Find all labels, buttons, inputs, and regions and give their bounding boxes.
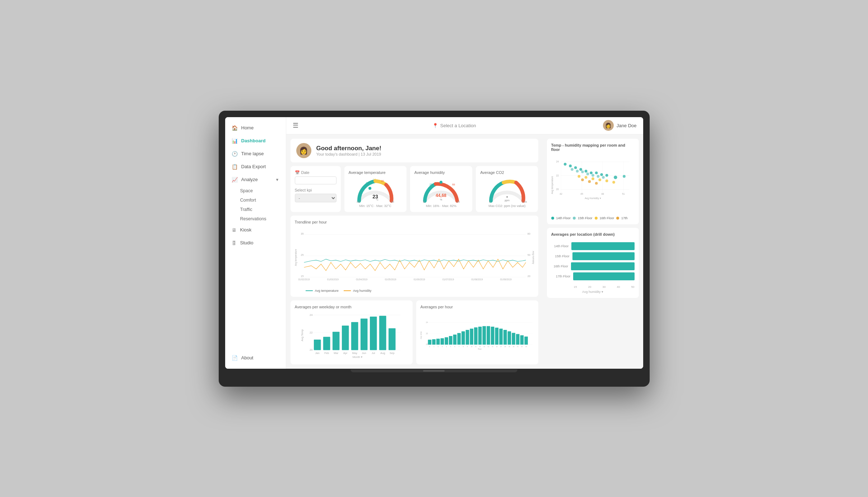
hour-chart-card: Averages per hour 24 22 20 Avg Temp xyxy=(416,300,538,364)
svg-point-155 xyxy=(598,178,601,181)
svg-text:8: 8 xyxy=(463,345,464,347)
svg-point-147 xyxy=(581,170,584,173)
legend-15th-dot xyxy=(573,217,576,220)
laptop-screen: 🏠 Home 📊 Dashboard 🕐 Time lapse 📋 Data E… xyxy=(225,117,643,369)
sidebar-label-timelapse: Time lapse xyxy=(241,151,264,156)
sidebar-label-dashboard: Dashboard xyxy=(241,138,266,143)
kpi-select[interactable]: - xyxy=(295,194,336,202)
avg-humidity-card: Average humidity 44,68 % xyxy=(410,166,472,212)
svg-point-160 xyxy=(595,182,598,185)
svg-text:10: 10 xyxy=(470,345,472,347)
svg-text:Avg Humidity ▾: Avg Humidity ▾ xyxy=(585,197,601,199)
metrics-row: 📅 Date Select kpi - xyxy=(291,166,538,212)
svg-text:15: 15 xyxy=(301,275,303,278)
svg-text:17: 17 xyxy=(500,345,502,347)
trendline-card: Trendline per hour 35 25 15 80 50 20 xyxy=(291,216,538,297)
svg-text:24: 24 xyxy=(373,178,376,181)
svg-text:80: 80 xyxy=(527,232,530,235)
sidebar-item-analyze[interactable]: 📈 Analyze ▼ xyxy=(225,173,286,186)
co2-range: Max CO2: ppm (no value) xyxy=(480,204,534,208)
sidebar-item-home[interactable]: 🏠 Home xyxy=(225,121,286,134)
svg-text:9: 9 xyxy=(467,345,468,347)
legend-14th-label: 14th Floor xyxy=(556,216,571,220)
kpi-label: Select kpi xyxy=(295,188,336,192)
svg-point-156 xyxy=(605,179,608,182)
temperature-gauge: 23 °C 19 35 28 24 26 xyxy=(349,178,402,203)
svg-text:5: 5 xyxy=(450,345,451,347)
svg-text:15: 15 xyxy=(492,345,493,347)
sidebar-item-timelapse[interactable]: 🕐 Time lapse xyxy=(225,147,286,160)
sidebar-sub-comfort[interactable]: Comfort xyxy=(225,195,286,205)
svg-point-151 xyxy=(602,176,605,179)
svg-text:6: 6 xyxy=(454,345,455,347)
floor-bar-14: 14th Floor xyxy=(551,242,635,250)
svg-text:26: 26 xyxy=(381,180,384,182)
svg-rect-85 xyxy=(487,326,490,345)
bottom-charts-row: Averages per weekday or month 24 22 20 A… xyxy=(291,300,538,364)
svg-point-8 xyxy=(440,181,442,184)
floor-14-bar xyxy=(571,242,634,250)
svg-rect-83 xyxy=(478,326,482,344)
svg-rect-82 xyxy=(474,327,478,345)
studio-icon: 🎛 xyxy=(232,240,237,246)
svg-text:24: 24 xyxy=(556,160,559,163)
about-icon: 📄 xyxy=(232,355,238,361)
svg-text:19: 19 xyxy=(357,200,360,203)
sidebar-item-dataexport[interactable]: 📋 Data Export xyxy=(225,160,286,173)
legend-temperature: Avg temperature xyxy=(306,289,339,293)
svg-text:Jan: Jan xyxy=(315,351,319,355)
svg-text:Mar: Mar xyxy=(334,351,339,355)
svg-point-153 xyxy=(584,176,587,179)
legend-16th: 16th Floor xyxy=(595,216,614,220)
svg-text:Aug: Aug xyxy=(380,351,385,355)
kiosk-icon: 🖥 xyxy=(232,227,237,233)
legend-17th-dot xyxy=(616,217,619,220)
location-pin-icon: 📍 xyxy=(432,123,438,128)
svg-text:42: 42 xyxy=(560,192,562,195)
svg-text:7: 7 xyxy=(459,345,460,347)
svg-rect-71 xyxy=(428,340,431,345)
svg-text:01/04/2019: 01/04/2019 xyxy=(356,278,367,281)
calendar-icon: 📅 xyxy=(295,170,300,175)
svg-text:44,68: 44,68 xyxy=(436,193,446,198)
svg-text:19: 19 xyxy=(509,345,510,347)
welcome-avatar: 👩 xyxy=(296,143,311,158)
svg-rect-72 xyxy=(432,339,436,344)
svg-point-150 xyxy=(597,175,599,178)
scatter-title: Temp - humidity mapping per room and flo… xyxy=(551,143,635,152)
app-container: 🏠 Home 📊 Dashboard 🕐 Time lapse 📋 Data E… xyxy=(225,117,643,369)
sidebar-label-dataexport: Data Export xyxy=(241,164,266,169)
svg-rect-84 xyxy=(482,326,486,345)
sidebar-item-about[interactable]: 📄 About xyxy=(225,351,286,364)
location-bars-title: Averages per location (drill down) xyxy=(551,232,635,236)
sidebar-item-dashboard[interactable]: 📊 Dashboard xyxy=(225,134,286,147)
chevron-down-icon: ▼ xyxy=(275,178,279,182)
x-tick-15: 15 xyxy=(574,285,577,289)
svg-text:0: 0 xyxy=(429,345,430,347)
humidity-gauge-svg: 44,68 % 8 55 25 68 xyxy=(419,178,463,203)
sidebar-sub-space[interactable]: Space xyxy=(225,186,286,195)
svg-text:Avg Temp: Avg Temp xyxy=(300,329,303,341)
sidebar-item-studio[interactable]: 🎛 Studio xyxy=(225,236,286,249)
date-input[interactable] xyxy=(295,176,336,184)
sidebar-sub-traffic[interactable]: Traffic xyxy=(225,205,286,214)
svg-rect-74 xyxy=(440,338,444,345)
svg-text:25: 25 xyxy=(430,183,433,186)
svg-text:%: % xyxy=(440,198,442,201)
location-selector[interactable]: 📍 Select a Location xyxy=(306,123,603,128)
legend-14th-dot xyxy=(551,217,554,220)
svg-text:Avg temperature: Avg temperature xyxy=(295,249,297,266)
svg-text:Feb: Feb xyxy=(324,351,329,355)
hamburger-button[interactable]: ☰ xyxy=(293,121,298,129)
svg-text:Avg humidity: Avg humidity xyxy=(532,251,534,264)
timelapse-icon: 🕐 xyxy=(232,151,238,157)
svg-text:35: 35 xyxy=(391,200,394,203)
user-area: 👩 Jane Doe xyxy=(603,120,637,131)
svg-rect-49 xyxy=(351,322,358,350)
sidebar-label-about: About xyxy=(241,355,254,360)
weekday-bar-chart: 24 22 20 Avg Temp xyxy=(295,312,408,359)
sidebar-item-kiosk[interactable]: 🖥 Kiosk xyxy=(225,224,286,236)
svg-text:16: 16 xyxy=(496,345,497,347)
sidebar-sub-reservations[interactable]: Reservations xyxy=(225,214,286,224)
svg-text:01/03/2019: 01/03/2019 xyxy=(327,278,338,281)
